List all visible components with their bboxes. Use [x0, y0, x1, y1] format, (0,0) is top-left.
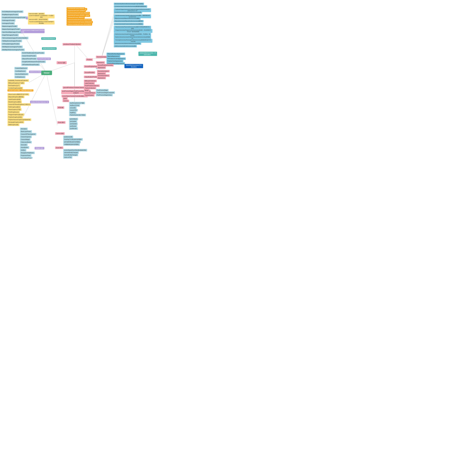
node-singleTile: SingleTileImageryProvider [1, 34, 19, 36]
node-rectangleOutline: RectangleGeometry/RectangleOutlineGeomet… [114, 39, 152, 43]
node-geoJsonDataSource: GeoJsonDataSource [14, 73, 29, 75]
node-ellipsoidSurface: EllipsoidSurfaceAppearance [106, 53, 125, 55]
node-cesiumTerrain: CesiumTerrainProvider [21, 55, 37, 57]
node-availability: availability:TimeIntervalCollection [7, 79, 29, 82]
node-appearanceGP: Appearance [97, 66, 106, 69]
node-screenSpaceEvent: screenSpaceEventHandler(鼠标控制) [63, 149, 87, 152]
node-cameraHeading: heading(方向角)/pitch(仰视角) [63, 138, 83, 141]
node-polylineVolume: PolylineVolumeGraphics(折线体积管) [7, 119, 31, 121]
node-appearance: Appearance [96, 61, 105, 64]
node-navigationHelpButton: NavigationHelpButton [20, 152, 35, 154]
node-widgets: Widgets 组件 [35, 147, 44, 150]
node-gridMaterial: GridMaterialProperty 网格材质 [66, 16, 85, 19]
node-wall: WallGraphics(墙) [7, 123, 19, 126]
node-scene: Scene 场景 [57, 61, 67, 64]
node-cylinder: CylinderGraphics(圆柱、圆锥和截头锥的圆柱) [7, 89, 33, 91]
node-baseLayerPicker: BaseLayerPicker [20, 130, 32, 133]
node-openStreetMap: OpenStreetMapImageryProvider [1, 31, 22, 34]
node-skyAtmosphere: skyAtmosphere(大气圈) [69, 102, 85, 104]
node-cesium3DTilesInspector: Cesium3DTilesInspector [20, 133, 36, 136]
node-polylineArrowMaterial: PolylineArrowMaterialProperty 箭头折线材质 [66, 23, 92, 26]
node-plane: PlaneGraphics(平面) [7, 108, 22, 111]
node-cameraPitch: pitch(俯仰角)/pitch(仰视角) [63, 141, 81, 143]
node-geometryInstanceCP: GeometryInstance [97, 74, 110, 77]
node-billboard: BillboardGraphics(广告牌) [7, 82, 25, 84]
node-cameraLabel: Camera 相机 [55, 132, 65, 135]
svg-line-17 [101, 11, 116, 59]
node-animation: Animation [20, 128, 28, 130]
node-webMapTileService: WebMapTileServiceImageryProvider [1, 49, 25, 51]
node-geometryInstanceGP: GeometryInstance [97, 70, 110, 72]
node-frustumOutline: FrustumGeometry/FrustumOutlineGeometry(视… [114, 23, 144, 25]
node-preRender: preRender [69, 125, 77, 127]
node-moon: moon(月亮) [69, 109, 78, 111]
node-clockOnTick: clock.onTick [63, 156, 72, 159]
node-cesium3DTilesetPrimitive: Cesium3DTileset [84, 92, 96, 94]
node-ellipse: EllipseGraphics(椭圆应用为折中形状) [7, 93, 29, 96]
node-billboardCollection: BillboardCollection [84, 80, 97, 82]
node-ellipsoidTerrain: EllipsoidTerrainProvider [21, 58, 37, 60]
node-polylineGlowMaterial: PolylineGlowMaterialProperty 折线发光材质 [66, 19, 92, 21]
node-boxOutlineGeometry: BoxGeometry/BoxOutlineGeometry(盒子/盒子轮廓线) [114, 3, 144, 5]
node-groundPrimitives: groundPrimitives:PrimitiveCollection [63, 86, 86, 89]
node-camera: Camera [63, 100, 69, 102]
node-selectedEntityChanged: selectedEntityChanged [63, 151, 79, 154]
node-circleOutlineGeometry: CircleGeometry/CircleOutlineGeometry(圆/圆… [114, 5, 147, 8]
node-geometryBadge: 填满色背景的Geometry（不支持outline） [138, 52, 157, 56]
node-tileMapService: TileMapServiceImageryProvider [1, 40, 22, 42]
node-pickDrill: pick/drillpick [69, 118, 78, 120]
node-groundPrimitive: GroundPrimitive [84, 71, 95, 74]
node-trackedEntityChanged: trackedEntityChanged [63, 154, 78, 156]
node-pointPrimitiveCollection: PointPrimitiveCollection [84, 85, 100, 87]
node-tileCoordinates: TileCoordinatesImageryProvider(开发调试) [1, 37, 29, 39]
node-cameraRoll: roll(翻滚角)/pitch(仰视角) [63, 143, 80, 146]
node-cameraPosition: position(位置) [63, 136, 73, 138]
node-environmentLabel: 环境对象 [57, 106, 64, 109]
node-groundGeometryBadge: 混色背景的Geometry(不支持outline) [124, 64, 143, 68]
node-fullscreenButton: FullscreenButton [20, 141, 32, 143]
node-bingmaps: BingMapsImageryProvider [1, 13, 19, 16]
node-matrix4: Matrix4(4x4矩阵，旋转加平移变换) [28, 18, 49, 21]
node-polylineOutlineMaterial: PolylineOutlineMaterialProperty 折线描边材质 [66, 21, 93, 23]
node-viewer: Viewer [41, 71, 52, 75]
node-skyBox: skyBox(天空盒) [69, 104, 80, 107]
node-arcgismapserver: ArcGisMapServerImageryProvider [1, 10, 23, 13]
node-entities: entities:EntityCollection 实 [30, 101, 49, 103]
node-geocoder: Geocoder [20, 144, 28, 146]
node-perInstanceColor: PerInstanceColorAppearance [106, 57, 126, 60]
node-googleearth: GoogleEarthEnterpriseImageryProvider [1, 16, 27, 19]
node-primitiveCollection: primitives:PrimitiveCollection [63, 43, 81, 46]
node-googleEnterpriseTerrain: GoogleEarthEnterpriseTerrainProvider [21, 60, 46, 63]
svg-line-18 [101, 15, 116, 59]
node-particleSystem: ParticleSystem(粒子系统) [69, 114, 86, 116]
node-eventLabel2: Event 事件 [55, 147, 63, 149]
node-terrainMaterial: 填满色背景的Material [42, 47, 57, 50]
node-fog: fog(雾化) [69, 111, 76, 114]
node-quaternion: Quaternion(描述某个方向旋转到另一个位置的变换) [28, 15, 55, 18]
node-classificationPrimitive: ClassificationPrimitive [84, 76, 99, 78]
node-cesiumWidget: CesiumWidget [20, 138, 31, 141]
node-cesiumInspector: CesiumInspector [20, 136, 32, 138]
node-gridImagery: GridImageryProvider [1, 19, 16, 22]
node-postProcessStageLibrary: PostProcessStageLibrary [96, 94, 113, 96]
node-model: ModelGraphics(模型) [7, 101, 22, 103]
node-transforms: Transforms(坐标转换到笛卡尔坐标为各种参考系的函数) [28, 21, 55, 24]
node-sphereOutline: SphereGeometry/SphereOutlineGeometry(球体) [114, 42, 141, 45]
node-appearanceCP: Appearance [97, 77, 106, 79]
node-wallGeometry: WallGeometry/WallOutlineGeometry(墙) [114, 45, 137, 47]
node-corridorOutline: CorridorGeometry/CorridorOutlineGeometry… [114, 11, 142, 14]
node-mapbox: MapboxImageryProvider [1, 25, 18, 28]
node-corridor: CorridorGraphics(走廊) [7, 87, 23, 89]
node-checkerboardMaterial: CheckerboardMaterialProperty 棋盘材质 [66, 12, 90, 14]
node-terrainProvider: terrainProvider 地形 [37, 58, 51, 60]
node-postProcessStage: PostProcessStage [96, 89, 109, 91]
node-modelPrimitive: Model [84, 89, 89, 92]
node-eventLabel: Event 事件 [57, 121, 65, 124]
node-particleSystemPrimitive: ParticleSystem [84, 94, 95, 97]
node-kmlDataSource: KmlDataSource [14, 76, 26, 78]
node-stripeMaterial: StripeMaterialProperty 条纹材质 [66, 14, 85, 17]
node-imageMaterial: ImageMaterialProperty 纹理材质 [66, 10, 86, 12]
node-infoBox: InfoBox [20, 149, 26, 152]
node-path: PathGraphics(路径) [7, 106, 21, 108]
node-point: PointGraphics(点) [7, 111, 20, 113]
